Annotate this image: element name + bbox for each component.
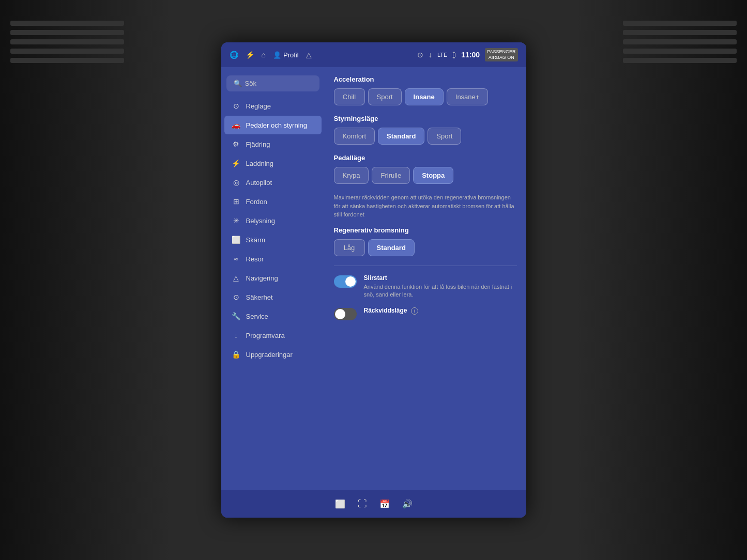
sidebar-label-laddning: Laddning xyxy=(246,160,274,167)
regenerativ-options: Låg Standard xyxy=(334,239,517,256)
sidebar-label-service: Service xyxy=(246,313,268,320)
fordon-icon: ⊞ xyxy=(232,197,241,206)
regenerativ-lag[interactable]: Låg xyxy=(334,239,365,256)
home-icon: ⌂ xyxy=(262,51,266,59)
bolt-icon: ⚡ xyxy=(246,51,254,59)
acceleration-insane[interactable]: Insane xyxy=(405,88,444,105)
styrning-sport[interactable]: Sport xyxy=(428,128,461,145)
tesla-screen: 🌐 ⚡ ⌂ 👤 Profil △ ⊙ ↓ LTE ₿ 11:00 PASSENG… xyxy=(221,42,526,518)
settings-panel: Acceleration Chill Sport Insane Insane+ … xyxy=(325,67,526,490)
autopilot-icon: ◎ xyxy=(232,178,241,186)
slirstart-title: Slirstart xyxy=(364,274,517,282)
sidebar-item-reglage[interactable]: ⊙ Reglage xyxy=(224,97,322,115)
pedaler-icon: 🚗 xyxy=(232,121,241,129)
sidebar-item-uppgraderingar[interactable]: 🔒 Uppgraderingar xyxy=(224,345,322,364)
sidebar-item-pedaler[interactable]: 🚗 Pedaler och styrning xyxy=(224,116,322,134)
sidebar-item-resor[interactable]: ≈ Resor xyxy=(224,250,322,268)
sidebar-label-uppgraderingar: Uppgraderingar xyxy=(246,351,293,359)
sidebar-label-autopilot: Autopilot xyxy=(246,179,272,186)
sidebar-label-belysning: Belysning xyxy=(246,217,275,225)
laddning-icon: ⚡ xyxy=(232,159,241,167)
uppgraderingar-icon: 🔒 xyxy=(232,350,241,359)
pedal-title: Pedalläge xyxy=(334,154,517,162)
slirstart-row: Slirstart Använd denna funktion för att … xyxy=(334,274,517,299)
car-frame: 🌐 ⚡ ⌂ 👤 Profil △ ⊙ ↓ LTE ₿ 11:00 PASSENG… xyxy=(0,0,747,560)
acceleration-sport[interactable]: Sport xyxy=(368,88,402,105)
pedal-description: Maximerar räckvidden genom att utöka den… xyxy=(334,193,517,219)
slirstart-desc: Använd denna funktion för att få loss bi… xyxy=(364,283,517,299)
reglage-icon: ⊙ xyxy=(232,102,241,110)
sidebar-label-sakerhet: Säkerhet xyxy=(246,293,273,301)
styrning-options: Komfort Standard Sport xyxy=(334,128,517,145)
status-right-icons: ⊙ ↓ LTE ₿ 11:00 PASSENGERAIRBAG ON xyxy=(417,48,518,61)
programvara-icon: ↓ xyxy=(232,331,241,339)
bottom-icon-bluetooth[interactable]: ⛶ xyxy=(358,499,367,509)
sidebar-item-navigering[interactable]: △ Navigering xyxy=(224,269,322,287)
divider-1 xyxy=(334,266,517,266)
slirstart-toggle[interactable] xyxy=(334,275,357,288)
location-icon: 🌐 xyxy=(230,51,238,59)
fjadring-icon: ⚙ xyxy=(232,140,241,148)
sidebar-label-fjadring: Fjädring xyxy=(246,141,270,148)
download-icon: ↓ xyxy=(429,51,432,59)
regenerativ-title: Regenerativ bromsning xyxy=(334,226,517,234)
status-bar: 🌐 ⚡ ⌂ 👤 Profil △ ⊙ ↓ LTE ₿ 11:00 PASSENG… xyxy=(221,42,526,67)
skarm-icon: ⬜ xyxy=(232,236,241,244)
belysning-icon: ✳ xyxy=(232,216,241,225)
rackvidds-toggle[interactable] xyxy=(334,308,357,320)
search-placeholder: Sök xyxy=(245,80,256,87)
sidebar-item-skarm[interactable]: ⬜ Skärm xyxy=(224,230,322,249)
sidebar-label-navigering: Navigering xyxy=(246,274,278,282)
pedal-krypa[interactable]: Krypa xyxy=(334,167,369,184)
main-content: 🔍 Sök ⊙ Reglage 🚗 Pedaler och styrning ⚙… xyxy=(221,67,526,490)
sidebar-label-reglage: Reglage xyxy=(246,102,271,110)
styrning-komfort[interactable]: Komfort xyxy=(334,128,375,145)
sidebar-label-programvara: Programvara xyxy=(246,332,285,339)
regenerativ-standard[interactable]: Standard xyxy=(368,239,415,256)
left-vent xyxy=(0,0,171,560)
sidebar: 🔍 Sök ⊙ Reglage 🚗 Pedaler och styrning ⚙… xyxy=(221,67,325,490)
bottom-icon-volume[interactable]: 🔊 xyxy=(402,499,413,509)
bottom-icon-screen[interactable]: ⬜ xyxy=(335,499,345,509)
slirstart-info: Slirstart Använd denna funktion för att … xyxy=(364,274,517,299)
resor-icon: ≈ xyxy=(232,255,241,263)
search-icon: 🔍 xyxy=(234,80,242,87)
info-icon: i xyxy=(411,307,418,315)
bottom-bar: ⬜ ⛶ 📅 🔊 xyxy=(221,490,526,518)
search-box[interactable]: 🔍 Sök xyxy=(226,75,319,91)
bottom-icon-calendar[interactable]: 📅 xyxy=(379,499,390,509)
alert-icon: △ xyxy=(306,51,312,59)
styrning-title: Styrningsläge xyxy=(334,115,517,122)
pedal-frirulle[interactable]: Frirulle xyxy=(372,167,410,184)
sidebar-item-laddning[interactable]: ⚡ Laddning xyxy=(224,154,322,173)
styrning-standard[interactable]: Standard xyxy=(378,128,424,145)
sidebar-item-programvara[interactable]: ↓ Programvara xyxy=(224,326,322,345)
sidebar-item-fjadring[interactable]: ⚙ Fjädring xyxy=(224,135,322,153)
sidebar-label-pedaler: Pedaler och styrning xyxy=(246,121,308,129)
settings-icon: ⊙ xyxy=(417,51,423,59)
lte-icon: LTE xyxy=(437,52,447,58)
rackvidds-row: Räckviddsläge i xyxy=(334,307,517,320)
profile-icon: 👤 xyxy=(273,51,281,59)
sidebar-item-belysning[interactable]: ✳ Belysning xyxy=(224,211,322,230)
toggle-knob-slirstart xyxy=(345,276,356,287)
status-left-icons: 🌐 ⚡ ⌂ 👤 Profil △ xyxy=(230,51,312,59)
sidebar-item-sakerhet[interactable]: ⊙ Säkerhet xyxy=(224,288,322,306)
sidebar-item-autopilot[interactable]: ◎ Autopilot xyxy=(224,173,322,192)
pedal-stoppa[interactable]: Stoppa xyxy=(413,167,453,184)
acceleration-insane-plus[interactable]: Insane+ xyxy=(447,88,489,105)
navigering-icon: △ xyxy=(232,274,241,282)
profile-label[interactable]: 👤 Profil xyxy=(273,51,299,59)
sakerhet-icon: ⊙ xyxy=(232,293,241,301)
sidebar-item-service[interactable]: 🔧 Service xyxy=(224,307,322,325)
sidebar-label-fordon: Fordon xyxy=(246,198,267,206)
service-icon: 🔧 xyxy=(232,312,241,320)
acceleration-chill[interactable]: Chill xyxy=(334,88,365,105)
clock: 11:00 xyxy=(461,51,480,59)
pedal-options: Krypa Frirulle Stoppa xyxy=(334,167,517,184)
acceleration-title: Acceleration xyxy=(334,75,517,83)
right-vent xyxy=(576,0,747,560)
sidebar-item-fordon[interactable]: ⊞ Fordon xyxy=(224,192,322,211)
airbag-badge: PASSENGERAIRBAG ON xyxy=(485,48,517,61)
acceleration-options: Chill Sport Insane Insane+ xyxy=(334,88,517,105)
